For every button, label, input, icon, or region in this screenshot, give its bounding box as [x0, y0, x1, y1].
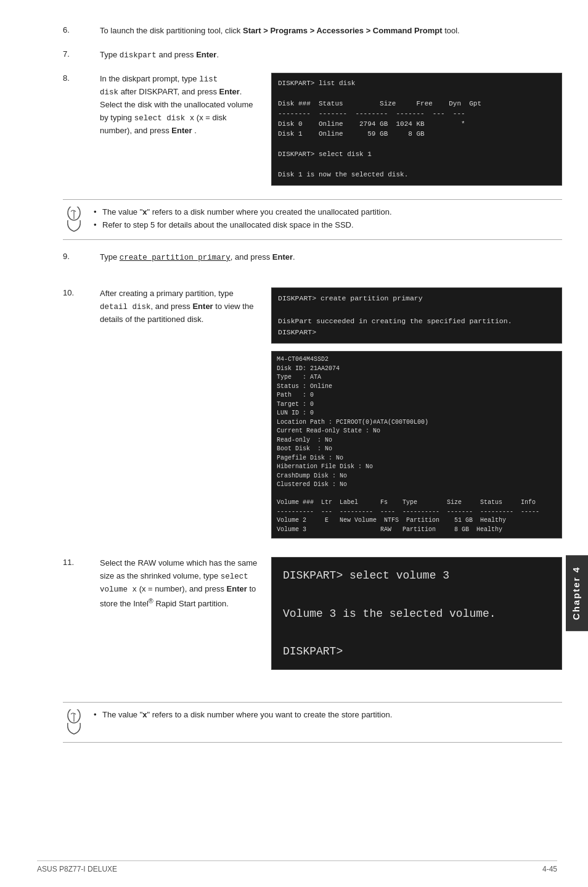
terminal-10-create: DISKPART> create partition primary DiskP… [271, 287, 562, 344]
step-9: 9. Type create partition primary, and pr… [63, 251, 562, 264]
step-11-terminal: DISKPART> select volume 3 Volume 3 is th… [271, 557, 562, 670]
note-8-line-2: Refer to step 5 for details about the un… [94, 219, 392, 232]
step-10-terminals: DISKPART> create partition primary DiskP… [271, 287, 562, 539]
step-8-listdisk: listdisk [100, 75, 218, 97]
step-10: 10. After creating a primary partition, … [63, 287, 562, 539]
step-8-terminal: DISKPART> list disk Disk ### Status Size… [271, 73, 562, 188]
terminal-8: DISKPART> list disk Disk ### Status Size… [271, 73, 562, 186]
step-10-content: After creating a primary partition, type… [100, 287, 562, 539]
step-11-content: Select the RAW volume which has the same… [100, 557, 562, 670]
footer-left: ASUS P8Z77-I DELUXE [37, 865, 117, 873]
step-6: 6. To launch the disk partitioning tool,… [63, 25, 562, 38]
footer: ASUS P8Z77-I DELUXE 4-45 [37, 860, 557, 873]
step-6-bold: Start > Programs > Accessories > Command… [243, 26, 443, 35]
note-step11: The value "x" refers to a disk number wh… [63, 702, 562, 743]
step-7-code: diskpart [120, 51, 157, 60]
step-8-text: In the diskpart prompt, type listdisk af… [100, 73, 260, 138]
note-icon-11 [63, 709, 85, 736]
chapter-tab: Chapter 4 [566, 555, 588, 631]
step-8: 8. In the diskpart prompt, type listdisk… [63, 73, 562, 188]
step-8-content: In the diskpart prompt, type listdisk af… [100, 73, 562, 188]
step-8-number: 8. [63, 73, 100, 83]
note-step8: The value "x" refers to a disk number wh… [63, 199, 562, 240]
note-11-line-1: The value "x" refers to a disk number wh… [94, 709, 392, 722]
pencil-icon-11 [63, 709, 84, 735]
pencil-icon-8 [63, 207, 84, 233]
step-11-text: Select the RAW volume which has the same… [100, 557, 260, 611]
step-9-text: Type create partition primary, and press… [100, 251, 562, 264]
footer-right: 4-45 [542, 865, 557, 873]
step-10-detaildisk: detail disk [100, 303, 151, 311]
step-8-selectdisk: select disk x [134, 114, 195, 123]
note-icon-8 [63, 206, 85, 233]
step-6-number: 6. [63, 25, 100, 35]
step-7-enter: Enter [196, 50, 216, 59]
step-10-text: After creating a primary partition, type… [100, 287, 260, 326]
note-8-line-1: The value "x" refers to a disk number wh… [94, 206, 392, 219]
step-9-number: 9. [63, 251, 100, 261]
step-7: 7. Type diskpart and press Enter. [63, 49, 562, 62]
terminal-11-large: DISKPART> select volume 3 Volume 3 is th… [271, 557, 562, 670]
step-7-number: 7. [63, 49, 100, 59]
step-7-text: Type diskpart and press Enter. [100, 49, 562, 62]
terminal-10-detail: M4-CT064M4SSD2 Disk ID: 21AA2074 Type : … [271, 351, 562, 538]
step-6-text: To launch the disk partitioning tool, cl… [100, 25, 562, 38]
step-11: 11. Select the RAW volume which has the … [63, 557, 562, 670]
step-10-number: 10. [63, 287, 100, 297]
note-11-text: The value "x" refers to a disk number wh… [94, 709, 392, 722]
step-11-number: 11. [63, 557, 100, 567]
note-8-text: The value "x" refers to a disk number wh… [94, 206, 392, 232]
step-9-code: create partition primary [120, 254, 231, 262]
